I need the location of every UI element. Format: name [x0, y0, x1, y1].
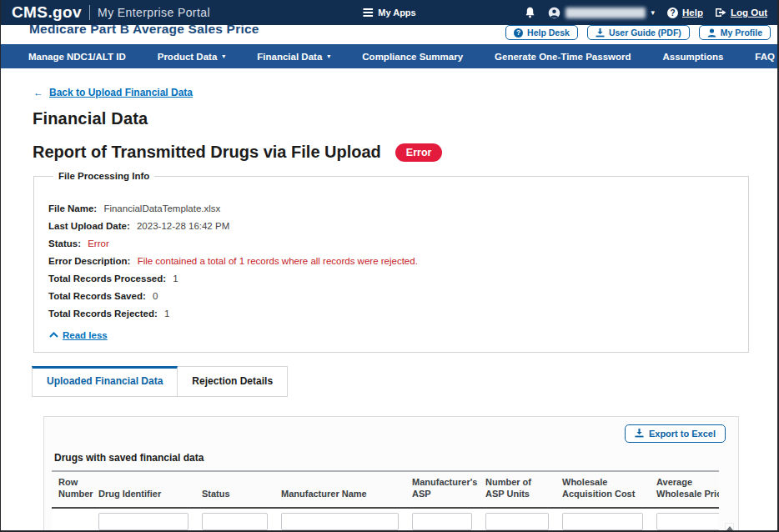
- col-manufacturer-name: Manufacturer Name: [274, 472, 405, 509]
- tab-label: Rejection Details: [192, 375, 273, 387]
- help-link[interactable]: ? Help: [667, 8, 703, 18]
- field-label: Last Upload Date:: [48, 221, 130, 231]
- report-title: Report of Transmitted Drugs via File Upl…: [33, 143, 381, 162]
- table-caption: Drugs with saved financial data: [52, 447, 719, 472]
- col-row-number: Row Number: [52, 472, 92, 509]
- help-label: Help: [682, 8, 703, 18]
- apps-grid-icon: [363, 8, 373, 17]
- error-description-row: Error Description: File contained a tota…: [48, 256, 735, 266]
- help-desk-button[interactable]: ? Help Desk: [505, 25, 578, 40]
- help-desk-icon: ?: [514, 28, 523, 38]
- file-info-legend: File Processing Info: [53, 171, 154, 181]
- filter-input-number-of-asp-units[interactable]: [485, 513, 549, 530]
- table-header-row: Row Number Drug Identifier Status Manufa…: [52, 472, 719, 509]
- user-menu[interactable]: ▾: [548, 7, 655, 19]
- filter-input-drug-identifier[interactable]: [98, 513, 188, 530]
- records-rejected-row: Total Records Rejected: 1: [48, 309, 735, 319]
- cms-logo[interactable]: CMS.gov: [12, 3, 82, 22]
- nav-label: Product Data: [158, 52, 218, 62]
- file-processing-info: File Processing Info File Name: Financia…: [33, 171, 749, 353]
- export-download-icon: [635, 429, 644, 438]
- col-drug-identifier: Drug Identifier: [92, 472, 195, 509]
- download-icon: [596, 28, 605, 38]
- col-status: Status: [195, 472, 274, 509]
- file-name-row: File Name: FinancialDataTemplate.xlsx: [48, 203, 735, 213]
- nav-label: FAQ: [755, 52, 775, 62]
- vertical-scrollbar[interactable]: [725, 523, 734, 532]
- back-to-upload-link[interactable]: ← Back to Upload Financial Data: [33, 87, 193, 98]
- chevron-down-icon: ▾: [327, 53, 330, 60]
- scroll-up-arrow-icon[interactable]: [726, 526, 733, 530]
- back-link-label: Back to Upload Financial Data: [49, 87, 193, 98]
- nav-manage-ndc1-alt-id[interactable]: Manage NDC1/ALT ID: [20, 52, 142, 62]
- col-manufacturers-asp: Manufacturer's ASP: [405, 472, 479, 509]
- table-scroll-area: Drugs with saved financial data Row Numb…: [52, 447, 719, 532]
- field-value: FinancialDataTemplate.xlsx: [103, 203, 220, 213]
- nav-assumptions[interactable]: Assumptions: [647, 52, 740, 62]
- user-avatar-icon: [548, 7, 560, 19]
- nav-generate-otp[interactable]: Generate One-Time Password: [479, 52, 646, 62]
- my-apps-button[interactable]: My Apps: [363, 8, 415, 18]
- nav-label: Assumptions: [663, 52, 724, 62]
- nav-label: Financial Data: [257, 52, 322, 62]
- field-label: Total Records Saved:: [48, 291, 146, 301]
- col-average-wholesale-price: Average Wholesale Price: [650, 472, 719, 509]
- page-content: ← Back to Upload Financial Data Financia…: [0, 68, 779, 532]
- uploaded-data-panel: Export to Excel Drugs with saved financi…: [43, 416, 739, 532]
- records-processed-row: Total Records Processed: 1: [48, 274, 735, 284]
- tab-rejection-details[interactable]: Rejection Details: [178, 366, 288, 397]
- error-status-badge: Error: [395, 143, 443, 162]
- help-desk-label: Help Desk: [527, 28, 570, 38]
- nav-faq[interactable]: FAQ: [739, 52, 779, 62]
- field-label: Status:: [48, 238, 81, 248]
- filter-input-wholesale-acquisition-cost[interactable]: [562, 513, 643, 530]
- field-label: File Name:: [48, 203, 97, 213]
- field-value: 2023-12-28 16:42 PM: [137, 221, 229, 231]
- filter-input-average-wholesale-price[interactable]: [656, 513, 719, 530]
- filter-input-status[interactable]: [202, 513, 268, 530]
- logout-link[interactable]: Log Out: [716, 8, 767, 18]
- tab-bar: Uploaded Financial Data Rejection Detail…: [32, 366, 779, 397]
- nav-label: Generate One-Time Password: [495, 52, 631, 62]
- main-nav: Manage NDC1/ALT ID Product Data ▾ Financ…: [0, 44, 779, 68]
- user-caret-icon: ▾: [651, 9, 655, 17]
- field-value-error: File contained a total of 1 records wher…: [138, 256, 418, 266]
- table-filter-row: [52, 508, 719, 532]
- notification-bell-icon[interactable]: [525, 7, 535, 18]
- logout-label: Log Out: [731, 8, 767, 18]
- read-less-link[interactable]: Read less: [49, 330, 108, 340]
- nav-product-data[interactable]: Product Data ▾: [142, 52, 242, 62]
- col-wholesale-acquisition-cost: Wholesale Acquisition Cost: [555, 472, 650, 509]
- user-guide-label: User Guide (PDF): [609, 28, 681, 38]
- brand-divider: [89, 5, 90, 20]
- drugs-table: Row Number Drug Identifier Status Manufa…: [52, 472, 719, 532]
- export-label: Export to Excel: [649, 429, 716, 439]
- last-upload-date-row: Last Upload Date: 2023-12-28 16:42 PM: [48, 221, 735, 231]
- user-name-redacted: [565, 8, 646, 18]
- export-to-excel-button[interactable]: Export to Excel: [625, 424, 726, 443]
- status-row: Status: Error: [48, 238, 735, 248]
- portal-name: My Enterprise Portal: [98, 6, 210, 19]
- records-saved-row: Total Records Saved: 0: [48, 291, 735, 301]
- chevron-down-icon: ▾: [222, 53, 225, 60]
- top-header: CMS.gov My Enterprise Portal My Apps: [0, 0, 779, 25]
- nav-label: Manage NDC1/ALT ID: [28, 52, 126, 62]
- user-guide-button[interactable]: User Guide (PDF): [587, 25, 690, 40]
- my-profile-label: My Profile: [721, 28, 762, 38]
- logout-icon: [716, 8, 726, 18]
- help-icon: ?: [667, 8, 678, 18]
- nav-financial-data[interactable]: Financial Data ▾: [241, 52, 346, 62]
- nav-compliance-summary[interactable]: Compliance Summary: [346, 52, 479, 62]
- field-label: Total Records Processed:: [48, 274, 166, 284]
- back-arrow-icon: ←: [33, 87, 43, 98]
- chevron-up-icon: [49, 332, 58, 338]
- filter-input-manufacturers-asp[interactable]: [412, 513, 472, 530]
- app-title: Medicare Part B Average Sales Price: [29, 25, 259, 44]
- my-profile-button[interactable]: My Profile: [699, 25, 771, 40]
- my-apps-label: My Apps: [378, 8, 415, 18]
- filter-input-manufacturer-name[interactable]: [281, 513, 399, 530]
- profile-person-icon: [707, 28, 716, 38]
- tab-uploaded-financial-data[interactable]: Uploaded Financial Data: [32, 366, 178, 397]
- tab-label: Uploaded Financial Data: [47, 375, 163, 387]
- app-title-bar: Medicare Part B Average Sales Price ? He…: [0, 25, 779, 44]
